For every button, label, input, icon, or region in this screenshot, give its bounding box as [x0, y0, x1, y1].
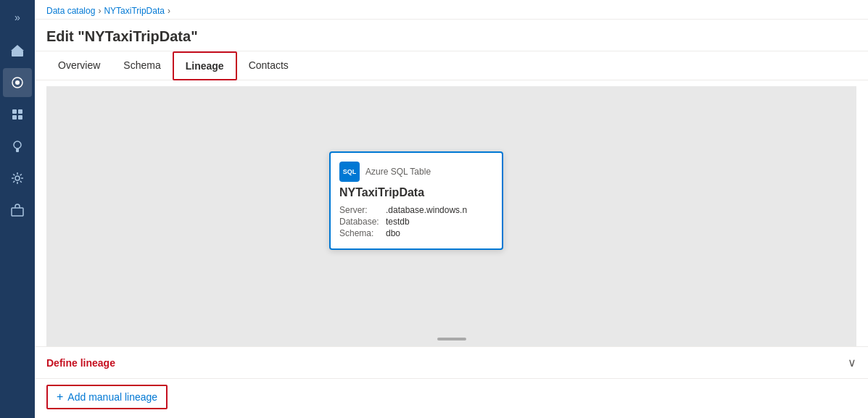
- main-content: Data catalog › NYTaxiTripData › Edit "NY…: [35, 0, 868, 418]
- svg-rect-0: [12, 51, 23, 57]
- svg-rect-11: [12, 208, 23, 216]
- sql-table-card[interactable]: SQL Azure SQL Table NYTaxiTripData Serve…: [329, 151, 503, 250]
- sidebar-icon-briefcase[interactable]: [3, 196, 32, 225]
- plus-icon: +: [57, 390, 63, 404]
- schema-label: Schema:: [339, 228, 383, 238]
- add-lineage-row: + Add manual lineage: [35, 378, 868, 418]
- breadcrumb-sep-2: ›: [168, 6, 170, 16]
- chevron-down-icon: ∨: [848, 356, 856, 369]
- sql-database-row: Database: testdb: [339, 217, 493, 227]
- add-manual-lineage-label: Add manual lineage: [67, 391, 157, 403]
- lineage-canvas: SQL Azure SQL Table NYTaxiTripData Serve…: [46, 86, 856, 346]
- tab-overview[interactable]: Overview: [46, 52, 112, 80]
- sql-schema-row: Schema: dbo: [339, 228, 493, 238]
- page-header: Edit "NYTaxiTripData": [35, 20, 868, 51]
- svg-rect-7: [18, 115, 22, 120]
- sidebar-icon-sources[interactable]: [3, 100, 32, 129]
- sql-details: Server: .database.windows.n Database: te…: [339, 205, 493, 238]
- sql-table-name: NYTaxiTripData: [339, 186, 493, 199]
- svg-marker-1: [11, 45, 24, 51]
- breadcrumb-data-catalog[interactable]: Data catalog: [46, 6, 95, 16]
- sidebar: »: [0, 0, 35, 418]
- define-lineage-header[interactable]: Define lineage ∨: [35, 347, 868, 378]
- svg-rect-6: [12, 115, 17, 120]
- svg-rect-9: [16, 149, 19, 152]
- sidebar-icon-catalog[interactable]: [3, 68, 32, 97]
- tab-lineage[interactable]: Lineage: [173, 51, 237, 80]
- bottom-panel: Define lineage ∨ + Add manual lineage: [35, 346, 868, 418]
- tab-contacts[interactable]: Contacts: [237, 52, 300, 80]
- database-value: testdb: [386, 217, 410, 227]
- sidebar-icon-insights[interactable]: [3, 132, 32, 161]
- server-value: .database.windows.n: [386, 205, 467, 215]
- breadcrumb-nytaxitripdata[interactable]: NYTaxiTripData: [104, 6, 165, 16]
- breadcrumb-sep-1: ›: [98, 6, 101, 16]
- server-label: Server:: [339, 205, 383, 215]
- svg-rect-4: [12, 109, 17, 114]
- svg-point-3: [15, 80, 20, 85]
- svg-point-10: [15, 176, 20, 180]
- sidebar-icon-home[interactable]: [3, 36, 32, 65]
- svg-point-8: [14, 141, 21, 149]
- define-lineage-title: Define lineage: [46, 357, 115, 369]
- sidebar-icon-management[interactable]: [3, 164, 32, 193]
- sql-card-header: SQL Azure SQL Table: [339, 162, 493, 182]
- database-label: Database:: [339, 217, 383, 227]
- breadcrumb: Data catalog › NYTaxiTripData ›: [35, 0, 868, 20]
- sql-server-row: Server: .database.windows.n: [339, 205, 493, 215]
- minimap-bar: [437, 338, 466, 340]
- sql-icon: SQL: [339, 162, 360, 182]
- sidebar-expand-button[interactable]: »: [6, 6, 29, 29]
- schema-value: dbo: [386, 228, 400, 238]
- page-title: Edit "NYTaxiTripData": [46, 28, 856, 45]
- sql-type-label: Azure SQL Table: [365, 167, 431, 177]
- tabs-bar: Overview Schema Lineage Contacts: [35, 51, 868, 80]
- tab-schema[interactable]: Schema: [112, 52, 172, 80]
- svg-rect-5: [18, 109, 22, 114]
- add-manual-lineage-button[interactable]: + Add manual lineage: [46, 385, 168, 409]
